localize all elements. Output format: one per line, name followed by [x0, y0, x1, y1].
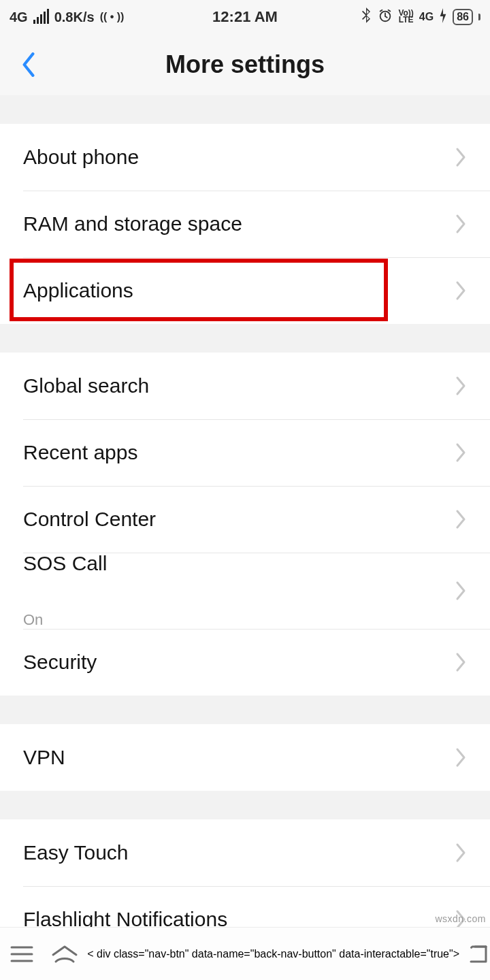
charging-icon: [439, 8, 447, 27]
system-nav-bar: < div class="nav-btn" data-name="back-na…: [0, 927, 490, 980]
home-button[interactable]: [44, 941, 85, 968]
back-nav-icon: [461, 944, 489, 964]
row-security[interactable]: Security: [0, 629, 490, 696]
chevron-right-icon: [455, 214, 467, 234]
hotspot-icon: (( • )): [100, 11, 125, 23]
row-label: Recent apps: [23, 441, 455, 464]
row-label: Easy Touch: [23, 841, 455, 864]
status-right: Vo)) LTE 4G 86: [360, 7, 480, 27]
section-gap: [0, 95, 490, 124]
row-recent-apps[interactable]: Recent apps: [0, 419, 490, 486]
chevron-left-icon: [21, 52, 36, 77]
chevron-right-icon: [455, 280, 467, 301]
row-easy-touch[interactable]: Easy Touch: [0, 819, 490, 886]
row-sos-call[interactable]: SOS Call On: [0, 553, 490, 629]
row-label: SOS Call: [23, 553, 107, 607]
settings-group-2: Global search Recent apps Control Center…: [0, 353, 490, 696]
home-icon: [50, 944, 79, 964]
data-rate-label: 0.8K/s: [54, 10, 95, 25]
battery-icon: 86: [453, 9, 473, 25]
row-label: About phone: [23, 146, 455, 169]
battery-cap: [478, 14, 480, 20]
row-label: Control Center: [23, 508, 455, 531]
settings-group-1: About phone RAM and storage space Applic…: [0, 124, 490, 324]
row-label: Security: [23, 651, 455, 674]
signal-bars-icon: [33, 10, 49, 24]
alarm-icon: [378, 8, 393, 27]
chevron-right-icon: [455, 843, 467, 863]
chevron-right-icon: [455, 147, 467, 167]
row-subtext: On: [23, 611, 43, 629]
chevron-right-icon: [455, 376, 467, 396]
page-title: More settings: [165, 50, 325, 79]
chevron-right-icon: [455, 652, 467, 672]
row-label: Applications: [23, 279, 455, 302]
section-gap: [0, 324, 490, 353]
chevron-right-icon: [455, 442, 467, 463]
row-ram-storage[interactable]: RAM and storage space: [0, 191, 490, 257]
row-about-phone[interactable]: About phone: [0, 124, 490, 191]
network-right-label: 4G: [419, 11, 434, 23]
section-gap: [0, 696, 490, 724]
bluetooth-icon: [360, 7, 372, 27]
back-button[interactable]: [15, 51, 42, 78]
row-label: Global search: [23, 374, 455, 397]
chevron-right-icon: [455, 581, 467, 601]
row-vpn[interactable]: VPN: [0, 724, 490, 791]
screen-header: More settings: [0, 34, 490, 95]
status-left: 4G 0.8K/s (( • )): [10, 10, 124, 25]
row-applications[interactable]: Applications: [0, 257, 490, 324]
status-bar: 4G 0.8K/s (( • )) 12:21 AM Vo)) LTE 4G 8…: [0, 0, 490, 34]
settings-group-3: VPN: [0, 724, 490, 791]
recents-button[interactable]: [1, 941, 42, 968]
section-gap: [0, 791, 490, 819]
chevron-right-icon: [455, 747, 467, 768]
row-label: VPN: [23, 746, 455, 769]
watermark-text: wsxdn.com: [435, 913, 486, 924]
recents-icon: [10, 945, 33, 963]
network-type-label: 4G: [10, 10, 28, 25]
volte-icon: Vo)) LTE: [398, 10, 413, 23]
row-global-search[interactable]: Global search: [0, 353, 490, 419]
row-control-center[interactable]: Control Center: [0, 486, 490, 553]
chevron-right-icon: [455, 509, 467, 529]
row-label: RAM and storage space: [23, 212, 455, 235]
